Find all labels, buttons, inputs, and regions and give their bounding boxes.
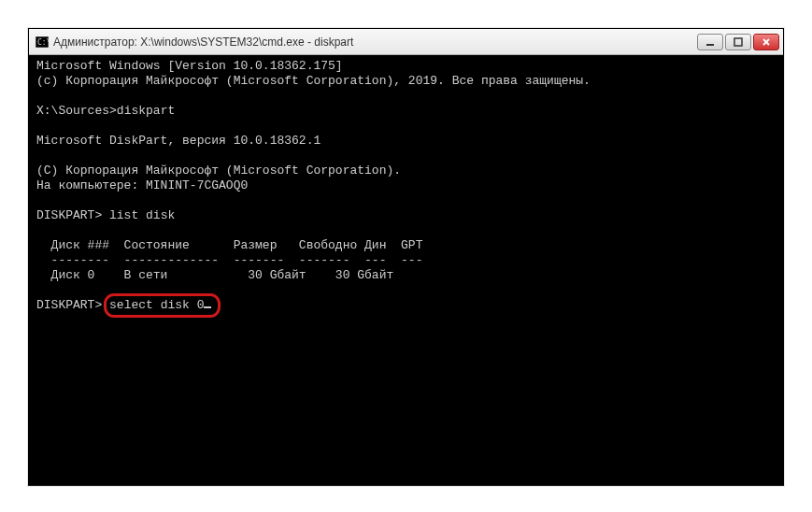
- table-row: Диск 0 В сети 30 Gбайт 30 Gбайт: [36, 268, 393, 282]
- output-line: Microsoft DiskPart, версия 10.0.18362.1: [36, 134, 321, 148]
- output-line: (C) Корпорация Майкрософт (Microsoft Cor…: [36, 164, 401, 178]
- table-header: Диск ### Состояние Размер Свободно Дин G…: [36, 238, 422, 252]
- window-controls: [697, 34, 779, 50]
- table-separator: -------- ------------- ------- ------- -…: [36, 253, 422, 267]
- minimize-button[interactable]: [697, 34, 723, 50]
- diskpart-prompt: DISKPART>: [36, 298, 102, 312]
- output-line: (c) Корпорация Майкрософт (Microsoft Cor…: [36, 74, 591, 88]
- maximize-button[interactable]: [725, 34, 751, 50]
- command-text: diskpart: [117, 104, 175, 118]
- svg-rect-3: [734, 38, 742, 46]
- prompt-path: X:\Sources>: [36, 104, 117, 118]
- highlighted-command: select disk 0: [109, 298, 211, 313]
- output-line: Microsoft Windows [Version 10.0.18362.17…: [36, 59, 343, 73]
- svg-rect-2: [706, 44, 714, 46]
- cmd-window: C:\ Администратор: X:\windows\SYSTEM32\c…: [28, 28, 784, 486]
- svg-text:C:\: C:\: [37, 38, 49, 47]
- close-button[interactable]: [753, 34, 779, 50]
- command-text: select disk 0: [109, 298, 204, 312]
- terminal-output[interactable]: Microsoft Windows [Version 10.0.18362.17…: [29, 55, 783, 485]
- cursor: [204, 306, 211, 308]
- diskpart-prompt: DISKPART>: [36, 208, 102, 222]
- titlebar[interactable]: C:\ Администратор: X:\windows\SYSTEM32\c…: [29, 29, 783, 55]
- cmd-icon: C:\: [35, 36, 50, 49]
- window-title: Администратор: X:\windows\SYSTEM32\cmd.e…: [53, 36, 697, 49]
- command-text: list disk: [102, 208, 175, 222]
- output-line: На компьютере: MININT-7CGAOQ0: [36, 178, 248, 192]
